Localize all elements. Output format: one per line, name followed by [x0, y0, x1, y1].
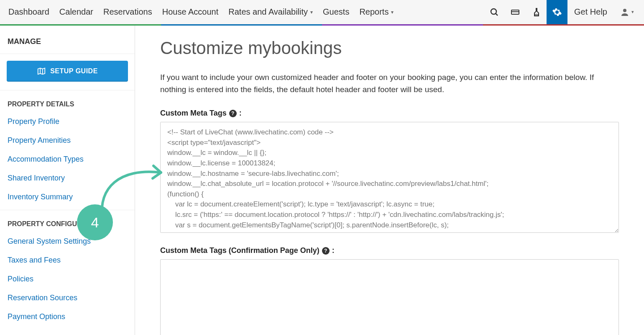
meta-tags-label: Custom Meta Tags ? : [160, 109, 619, 118]
sidebar-config-heading: PROPERTY CONFIGURATION [0, 210, 135, 232]
sidebar-item-shared-inventory[interactable]: Shared Inventory [0, 169, 135, 188]
top-navbar: Dashboard Calendar Reservations House Ac… [0, 0, 644, 24]
settings-button[interactable] [547, 0, 567, 24]
label-colon: : [239, 109, 242, 118]
housekeeping-button[interactable] [526, 0, 547, 24]
sidebar: MANAGE SETUP GUIDE PROPERTY DETAILS Prop… [0, 26, 135, 335]
page-title: Customize mybookings [160, 38, 619, 58]
nav-dashboard[interactable]: Dashboard [8, 7, 49, 17]
get-help-link[interactable]: Get Help [567, 7, 614, 17]
nav-reports[interactable]: Reports ▾ [359, 7, 394, 17]
nav-label: Dashboard [8, 7, 49, 17]
nav-reservations[interactable]: Reservations [103, 7, 152, 17]
nav-house-account[interactable]: House Account [162, 7, 219, 17]
meta-tags-confirmation-textarea[interactable] [160, 259, 619, 335]
nav-label: Calendar [59, 7, 93, 17]
meta-tags-block: Custom Meta Tags ? : [160, 109, 619, 234]
chevron-down-icon: ▾ [310, 9, 313, 15]
search-icon [489, 7, 499, 17]
nav-label: Guests [323, 7, 349, 17]
sidebar-item-policies[interactable]: Policies [0, 270, 135, 289]
sidebar-item-accommodation-types[interactable]: Accommodation Types [0, 150, 135, 169]
meta-tags-confirmation-block: Custom Meta Tags (Confirmation Page Only… [160, 246, 619, 335]
svg-line-1 [496, 13, 498, 15]
help-icon[interactable]: ? [322, 247, 330, 255]
main-content: Customize mybookings If you want to incl… [135, 26, 644, 335]
nav-label: Reports [359, 7, 388, 17]
sidebar-item-general-settings[interactable]: General System Settings [0, 232, 135, 251]
nav-label: Rates and Availability [228, 7, 308, 17]
meta-tags-textarea[interactable] [160, 122, 619, 233]
sidebar-item-property-profile[interactable]: Property Profile [0, 112, 135, 131]
map-icon [37, 67, 46, 76]
topbar-icon-group: Get Help ▾ [484, 0, 640, 24]
nav-rates-availability[interactable]: Rates and Availability ▾ [228, 7, 313, 17]
setup-guide-button[interactable]: SETUP GUIDE [7, 61, 128, 82]
help-icon[interactable]: ? [229, 110, 237, 117]
sidebar-item-payment-options[interactable]: Payment Options [0, 307, 135, 326]
sidebar-item-inventory-summary[interactable]: Inventory Summary [0, 188, 135, 206]
label-text: Custom Meta Tags (Confirmation Page Only… [160, 246, 319, 255]
sidebar-details-heading: PROPERTY DETAILS [0, 90, 135, 112]
callout-badge: 4 [77, 204, 113, 240]
help-label: Get Help [574, 7, 607, 16]
svg-point-0 [491, 9, 496, 14]
card-icon [510, 7, 520, 17]
nav-links: Dashboard Calendar Reservations House Ac… [8, 7, 394, 17]
sidebar-item-taxes-fees[interactable]: Taxes and Fees [0, 251, 135, 270]
card-button[interactable] [505, 0, 526, 24]
gear-icon [552, 7, 562, 17]
broom-icon [531, 7, 541, 17]
meta-tags-confirmation-label: Custom Meta Tags (Confirmation Page Only… [160, 246, 619, 255]
label-text: Custom Meta Tags [160, 109, 227, 118]
user-icon [620, 7, 630, 17]
page-intro: If you want to include your own customiz… [160, 72, 619, 95]
sidebar-item-reservation-sources[interactable]: Reservation Sources [0, 289, 135, 307]
nav-label: Reservations [103, 7, 152, 17]
callout-number: 4 [91, 214, 99, 231]
nav-calendar[interactable]: Calendar [59, 7, 93, 17]
setup-guide-label: SETUP GUIDE [50, 67, 98, 75]
search-button[interactable] [484, 0, 505, 24]
nav-label: House Account [162, 7, 219, 17]
chevron-down-icon: ▾ [391, 9, 394, 15]
sidebar-item-property-amenities[interactable]: Property Amenities [0, 131, 135, 150]
sidebar-manage-heading: MANAGE [0, 26, 135, 54]
label-colon: : [332, 246, 335, 255]
svg-point-7 [623, 9, 626, 12]
chevron-down-icon: ▾ [631, 9, 634, 15]
nav-guests[interactable]: Guests [323, 7, 349, 17]
user-menu[interactable]: ▾ [614, 7, 640, 17]
